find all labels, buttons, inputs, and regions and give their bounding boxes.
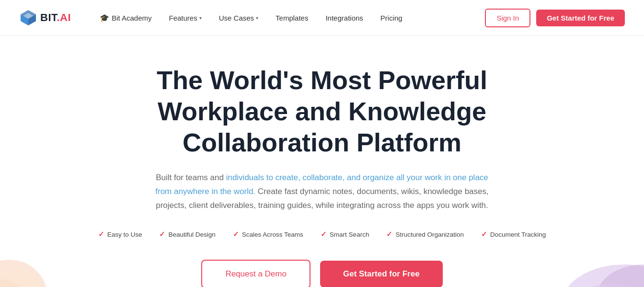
nav-templates[interactable]: Templates [276,14,308,22]
check-icon: ✓ [98,230,104,239]
nav-features[interactable]: Features ▾ [169,14,202,22]
cta-buttons: Request a Demo Get Started for Free [201,260,442,287]
nav-use-cases[interactable]: Use Cases ▾ [219,14,258,22]
hero-title: The World's Most Powerful Workplace and … [118,65,526,158]
feature-smart-search: ✓ Smart Search [321,230,369,239]
features-row: ✓ Easy to Use ✓ Beautiful Design ✓ Scale… [98,230,546,239]
use-cases-chevron-icon: ▾ [256,15,258,21]
check-icon: ✓ [386,230,392,239]
features-chevron-icon: ▾ [199,15,202,21]
academy-icon: 🎓 [100,13,109,23]
brand-name: BIT.AI [40,11,71,24]
feature-document-tracking: ✓ Document Tracking [481,230,546,239]
feature-scales-across-teams: ✓ Scales Across Teams [233,230,303,239]
get-started-hero-button[interactable]: Get Started for Free [320,261,443,287]
get-started-nav-button[interactable]: Get Started for Free [536,10,625,26]
nav-pricing[interactable]: Pricing [380,14,402,22]
feature-easy-to-use: ✓ Easy to Use [98,230,142,239]
feature-beautiful-design: ✓ Beautiful Design [159,230,215,239]
check-icon: ✓ [159,230,165,239]
blob-right-decoration [539,250,644,287]
navbar: BIT.AI 🎓 Bit Academy Features ▾ Use Case… [0,0,644,36]
nav-links: 🎓 Bit Academy Features ▾ Use Cases ▾ Tem… [100,13,485,23]
check-icon: ✓ [321,230,327,239]
nav-actions: Sign In Get Started for Free [485,9,625,27]
check-icon: ✓ [233,230,239,239]
hero-subtitle: Built for teams and individuals to creat… [150,171,494,213]
logo[interactable]: BIT.AI [19,9,71,27]
nav-academy[interactable]: 🎓 Bit Academy [100,13,151,23]
check-icon: ✓ [481,230,487,239]
request-demo-button[interactable]: Request a Demo [201,260,310,287]
nav-integrations[interactable]: Integrations [325,14,363,22]
hero-section: The World's Most Powerful Workplace and … [0,36,644,287]
feature-structured-organization: ✓ Structured Organization [386,230,464,239]
signin-button[interactable]: Sign In [485,9,530,27]
blob-left-decoration [0,250,58,287]
